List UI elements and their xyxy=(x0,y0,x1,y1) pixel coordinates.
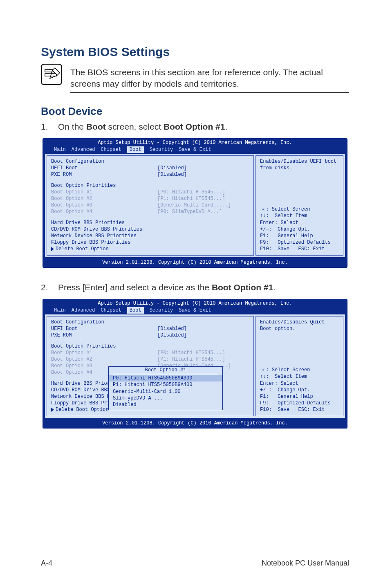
step-2-text: Press [Enter] and select a device as the… xyxy=(58,283,349,292)
help-f10: F10: Save ESC: Exit xyxy=(260,246,339,252)
cddvd-bbs-link[interactable]: CD/DVD ROM Drive BBS Priorities xyxy=(51,226,249,233)
boot-configuration-label: Boot Configuration xyxy=(51,158,249,165)
triangle-icon xyxy=(51,247,54,251)
boot-option-3-value[interactable]: [Generic-Multi-Card.....] xyxy=(157,202,231,209)
page-number: A-4 xyxy=(41,559,52,568)
uefi-boot-label[interactable]: UEFI Boot xyxy=(51,165,157,171)
tab-boot[interactable]: Boot xyxy=(127,307,144,314)
svg-rect-0 xyxy=(41,64,62,85)
pxe-rom-value[interactable]: [Disabled] xyxy=(157,171,187,178)
text-fragment: On the xyxy=(58,122,86,131)
tab-security[interactable]: Security xyxy=(150,146,173,153)
help-select-item: ↑↓: Select Item xyxy=(260,373,339,380)
tab-advanced[interactable]: Advanced xyxy=(72,307,95,314)
boot-option-4-label[interactable]: Boot Option #4 xyxy=(51,209,157,215)
boot-option-2-value[interactable]: [P1: Hitachi HTS545...] xyxy=(157,356,225,363)
tab-advanced[interactable]: Advanced xyxy=(72,146,95,153)
boot-option-1-label[interactable]: Boot Option #1 xyxy=(51,350,157,356)
tab-chipset[interactable]: Chipset xyxy=(101,146,121,153)
note-icon xyxy=(41,64,62,85)
text-fragment: Press [Enter] and select a device as the xyxy=(58,283,212,292)
help-select-item: ↑↓: Select Item xyxy=(260,213,339,219)
popup-option[interactable]: SlimTypeDVD A ... xyxy=(109,395,222,402)
text-fragment: . xyxy=(273,283,276,292)
note-text: The BIOS screens in this section are for… xyxy=(70,64,349,93)
boot-option-2-value[interactable]: [P1: Hitachi HTS545...] xyxy=(157,195,225,202)
hard-drive-bbs-link[interactable]: Hard Drive BBS Priorities xyxy=(51,220,249,226)
help-change-opt: +/—: Change Opt. xyxy=(260,226,339,233)
step-2-number: 2. xyxy=(41,283,49,292)
popup-option[interactable]: Generic-Multi-Card 1.00 xyxy=(109,388,222,395)
bios-footer-text: Version 2.01.1208. Copyright (C) 2010 Am… xyxy=(43,259,347,268)
text-bold: Boot Option #1 xyxy=(164,122,225,131)
tab-chipset[interactable]: Chipset xyxy=(101,307,121,314)
section-title: Boot Device xyxy=(41,105,349,118)
pxe-rom-value[interactable]: [Disabled] xyxy=(157,332,187,339)
bios-help-description: Enables/Disables UEFI boot from disks. xyxy=(260,158,339,171)
bios-footer-text: Version 2.01.1208. Copyright (C) 2010 Am… xyxy=(43,420,347,429)
boot-priorities-label: Boot Option Priorities xyxy=(51,343,249,350)
tab-main[interactable]: Main xyxy=(54,146,66,153)
bios-header-title: Aptio Setup Utility - Copyright (C) 2010… xyxy=(43,138,347,146)
uefi-boot-label[interactable]: UEFI Boot xyxy=(51,325,157,332)
delete-boot-option-label: Delete Boot Option xyxy=(56,246,109,252)
tab-security[interactable]: Security xyxy=(150,307,173,314)
bios-tabs: Main Advanced Chipset Boot Security Save… xyxy=(43,307,347,314)
page-footer: A-4 Notebook PC User Manual xyxy=(41,559,349,568)
bios-left-pane: Boot Configuration UEFI Boot[Disabled] P… xyxy=(47,155,254,255)
uefi-boot-value[interactable]: [Disabled] xyxy=(157,165,187,171)
boot-configuration-label: Boot Configuration xyxy=(51,319,249,325)
step-2: 2. Press [Enter] and select a device as … xyxy=(41,283,349,292)
help-f1: F1: General Help xyxy=(260,233,339,239)
boot-option-1-value[interactable]: [P0: Hitachi HTS545...] xyxy=(157,189,225,195)
text-bold: Boot xyxy=(86,122,106,131)
bios-right-pane: Enables/Disables Quiet Boot option. →←: … xyxy=(256,316,343,416)
text-fragment: screen, select xyxy=(106,122,164,131)
tab-save-exit[interactable]: Save & Exit xyxy=(179,146,211,153)
help-f9: F9: Optimized Defaults xyxy=(260,239,339,246)
pxe-rom-label[interactable]: PXE ROM xyxy=(51,171,157,178)
bios-left-pane: Boot Configuration UEFI Boot[Disabled] P… xyxy=(47,316,254,416)
manual-title: Notebook PC User Manual xyxy=(262,559,349,568)
bios-key-help: →←: Select Screen ↑↓: Select Item Enter:… xyxy=(260,367,339,413)
tab-save-exit[interactable]: Save & Exit xyxy=(179,307,211,314)
boot-option-1-label[interactable]: Boot Option #1 xyxy=(51,189,157,195)
text-bold: Boot Option #1 xyxy=(212,283,273,292)
boot-option-2-label[interactable]: Boot Option #2 xyxy=(51,356,157,363)
popup-title: Boot Option #1 xyxy=(113,367,218,374)
pxe-rom-label[interactable]: PXE ROM xyxy=(51,332,157,339)
bios-tabs: Main Advanced Chipset Boot Security Save… xyxy=(43,146,347,154)
help-enter: Enter: Select xyxy=(260,380,339,387)
help-f9: F9: Optimized Defaults xyxy=(260,400,339,406)
popup-option-selected[interactable]: P0: Hitachi HTS545050B9A300 xyxy=(109,375,222,382)
delete-boot-option-label: Delete Boot Option xyxy=(56,407,109,413)
tab-boot[interactable]: Boot xyxy=(127,146,144,153)
page-title: System BIOS Settings xyxy=(41,45,349,59)
help-f1: F1: General Help xyxy=(260,393,339,400)
tab-main[interactable]: Main xyxy=(54,307,66,314)
bios-right-pane: Enables/Disables UEFI boot from disks. →… xyxy=(256,155,343,255)
boot-priorities-label: Boot Option Priorities xyxy=(51,182,249,189)
triangle-icon xyxy=(51,408,54,412)
bios-help-description: Enables/Disables Quiet Boot option. xyxy=(260,319,339,332)
boot-option-2-label[interactable]: Boot Option #2 xyxy=(51,195,157,202)
bios-screenshot-2: Aptio Setup Utility - Copyright (C) 2010… xyxy=(43,299,347,429)
note-block: The BIOS screens in this section are for… xyxy=(41,64,349,93)
popup-option[interactable]: P1: Hitachi HTS545050B9A400 xyxy=(109,382,222,388)
floppy-bbs-link[interactable]: Floppy Drive BBS Priorities xyxy=(51,239,249,246)
boot-option-1-value[interactable]: [P0: Hitachi HTS545...] xyxy=(157,350,225,356)
text-fragment: . xyxy=(225,122,227,131)
bios-key-help: →←: Select Screen ↑↓: Select Item Enter:… xyxy=(260,206,339,252)
bios-header-title: Aptio Setup Utility - Copyright (C) 2010… xyxy=(43,299,347,307)
step-1: 1. On the Boot screen, select Boot Optio… xyxy=(41,122,349,132)
boot-option-4-value[interactable]: [P0: SlimTypeDVD A...] xyxy=(157,209,222,215)
delete-boot-option-link[interactable]: Delete Boot Option xyxy=(51,246,249,252)
boot-option-3-label[interactable]: Boot Option #3 xyxy=(51,202,157,209)
bios-screenshot-1: Aptio Setup Utility - Copyright (C) 2010… xyxy=(43,138,347,268)
uefi-boot-value[interactable]: [Disabled] xyxy=(157,325,187,332)
popup-option[interactable]: Disabled xyxy=(109,402,222,408)
step-1-text: On the Boot screen, select Boot Option #… xyxy=(58,122,349,132)
help-select-screen: →←: Select Screen xyxy=(260,367,339,373)
boot-option-popup: Boot Option #1 P0: Hitachi HTS545050B9A3… xyxy=(108,366,223,410)
network-bbs-link[interactable]: Network Device BBS Priorities xyxy=(51,233,249,239)
